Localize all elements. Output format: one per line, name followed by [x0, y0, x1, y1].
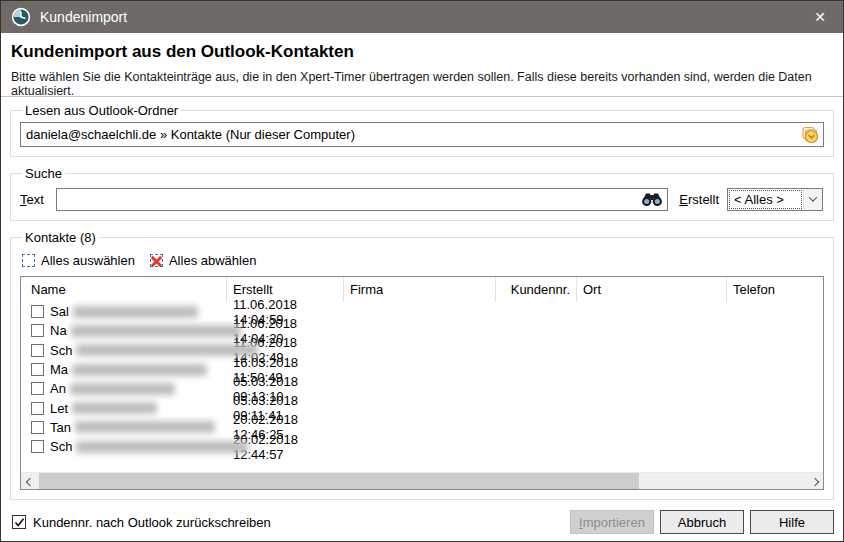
row-checkbox[interactable]: [31, 440, 44, 453]
table-row[interactable]: Ma 16.03.2018 11:50:49: [21, 360, 823, 379]
horizontal-scrollbar[interactable]: [21, 472, 823, 489]
table-row[interactable]: Sch 20.02.2018 12:44:57: [21, 437, 823, 456]
dialog-footer: Kundennr. nach Outlook zurückschreiben I…: [1, 500, 843, 542]
outlook-folder-group: Lesen aus Outlook-Ordner daniela@schaelc…: [10, 103, 834, 157]
column-header-name[interactable]: Name: [21, 277, 227, 302]
select-all-label: Alles auswählen: [41, 253, 135, 268]
table-row[interactable]: An 05.03.2018 09:13:10: [21, 379, 823, 398]
deselect-all-button[interactable]: Alles abwählen: [150, 253, 256, 268]
scroll-right-icon[interactable]: [806, 473, 823, 490]
page-description: Bitte wählen Sie die Kontakteinträge aus…: [11, 70, 831, 98]
erstellt-filter-value-area: < Alles >: [728, 189, 803, 210]
page-title: Kundenimport aus den Outlook-Kontakten: [11, 42, 831, 62]
row-checkbox[interactable]: [31, 324, 44, 337]
search-group-label: Suche: [22, 166, 65, 181]
kundenimport-dialog: Kundenimport ✕ Kundenimport aus den Outl…: [0, 0, 844, 542]
table-row[interactable]: Let 05.03.2018 09:11:41: [21, 398, 823, 417]
xpert-timer-clock-icon: [11, 7, 31, 27]
row-checkbox[interactable]: [31, 421, 44, 434]
column-header-telefon[interactable]: Telefon: [727, 277, 823, 302]
row-name-cell: Let: [21, 401, 227, 416]
title-bar: Kundenimport ✕: [1, 1, 843, 33]
row-name-redacted: [76, 441, 248, 453]
contacts-toolbar: Alles auswählen Alles abwählen: [22, 248, 824, 273]
writeback-checkbox[interactable]: [12, 515, 26, 529]
chevron-down-icon[interactable]: [803, 189, 822, 210]
footer-buttons: Importieren Abbruch Hilfe: [570, 510, 834, 534]
select-all-button[interactable]: Alles auswählen: [22, 253, 135, 268]
checkmark-icon: [14, 517, 25, 528]
scrollbar-thumb[interactable]: [39, 473, 639, 490]
dialog-header: Kundenimport aus den Outlook-Kontakten B…: [1, 33, 843, 97]
binoculars-icon: [641, 192, 663, 207]
abbruch-button[interactable]: Abbruch: [660, 510, 744, 534]
row-checkbox[interactable]: [31, 402, 44, 415]
dialog-content: Lesen aus Outlook-Ordner daniela@schaelc…: [1, 97, 843, 500]
search-input[interactable]: [56, 188, 668, 211]
row-name-prefix: Tan: [50, 420, 71, 435]
row-name-prefix: Na: [50, 323, 67, 338]
table-row[interactable]: Na 11.06.2018 14:04:20: [21, 321, 823, 340]
row-name-prefix: Sal: [50, 304, 69, 319]
search-group: Suche Text Erstellt: [10, 166, 834, 221]
table-row[interactable]: Tan 20.02.2018 12:46:25: [21, 418, 823, 437]
row-name-redacted: [76, 344, 258, 356]
row-checkbox[interactable]: [31, 382, 44, 395]
table-row[interactable]: Sch 11.06.2018 14:02:49: [21, 341, 823, 360]
erstellt-filter-dropdown[interactable]: < Alles >: [727, 188, 823, 211]
empty-checkbox-icon: [22, 254, 35, 267]
close-icon[interactable]: ✕: [797, 1, 843, 33]
row-name-prefix: Ma: [50, 362, 68, 377]
column-header-firma[interactable]: Firma: [344, 277, 496, 302]
writeback-label: Kundennr. nach Outlook zurückschreiben: [33, 515, 271, 530]
table-row[interactable]: Sal 11.06.2018 14:04:59: [21, 302, 823, 321]
outlook-folder-group-label: Lesen aus Outlook-Ordner: [22, 103, 181, 118]
importieren-button[interactable]: Importieren: [570, 510, 654, 534]
erstellt-label: Erstellt: [679, 192, 719, 207]
text-label: Text: [20, 192, 56, 207]
column-header-kundennr[interactable]: Kundennr.: [496, 277, 577, 302]
row-name-cell: Sch: [21, 439, 227, 454]
row-name-cell: Ma: [21, 362, 227, 377]
table-header: Name Erstellt Firma Kundennr. Ort Telefo…: [21, 277, 823, 302]
row-name-prefix: Let: [50, 401, 68, 416]
row-name-cell: Sch: [21, 343, 227, 358]
window-title: Kundenimport: [40, 9, 127, 25]
row-name-redacted: [70, 383, 175, 395]
table-body: Sal 11.06.2018 14:04:59 Na 11.06.2018 14…: [21, 302, 823, 489]
contacts-group: Kontakte (8) Alles auswählen Alles abwäh…: [10, 230, 834, 500]
row-name-redacted: [71, 325, 241, 337]
row-name-redacted: [72, 364, 207, 376]
hilfe-button[interactable]: Hilfe: [750, 510, 834, 534]
outlook-folder-value: daniela@schaelchli.de » Kontakte (Nur di…: [26, 127, 355, 142]
contacts-table: Name Erstellt Firma Kundennr. Ort Telefo…: [20, 276, 824, 490]
outlook-icon[interactable]: [800, 125, 820, 145]
row-name-prefix: Sch: [50, 343, 72, 358]
search-row: Text Erstellt < Alles >: [20, 187, 824, 211]
scroll-left-icon[interactable]: [21, 473, 38, 490]
row-name-redacted: [75, 421, 215, 433]
row-name-prefix: An: [50, 381, 66, 396]
row-name-cell: Na: [21, 323, 227, 338]
erstellt-filter-value: < Alles >: [734, 192, 784, 207]
row-name-prefix: Sch: [50, 439, 72, 454]
row-name-cell: Sal: [21, 304, 227, 319]
writeback-checkbox-row[interactable]: Kundennr. nach Outlook zurückschreiben: [12, 515, 271, 530]
row-name-cell: Tan: [21, 420, 227, 435]
row-name-redacted: [72, 402, 157, 414]
row-checkbox[interactable]: [31, 344, 44, 357]
row-name-redacted: [73, 306, 198, 318]
row-checkbox[interactable]: [31, 305, 44, 318]
row-name-cell: An: [21, 381, 227, 396]
contacts-group-label: Kontakte (8): [22, 230, 99, 245]
red-x-checkbox-icon: [150, 254, 163, 267]
deselect-all-label: Alles abwählen: [169, 253, 256, 268]
outlook-folder-input[interactable]: daniela@schaelchli.de » Kontakte (Nur di…: [20, 122, 824, 147]
row-checkbox[interactable]: [31, 363, 44, 376]
column-header-ort[interactable]: Ort: [577, 277, 727, 302]
